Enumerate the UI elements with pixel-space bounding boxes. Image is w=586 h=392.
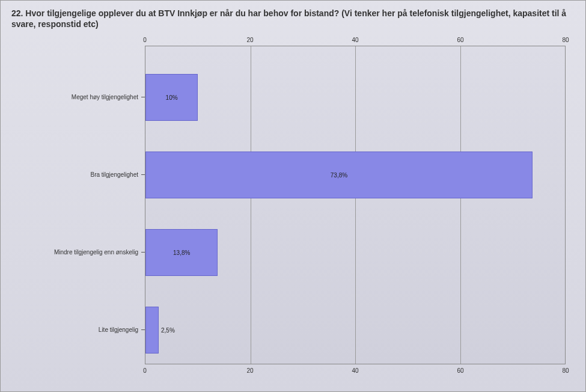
x-tick-bottom-2: 40 xyxy=(352,367,358,374)
x-tick-bottom-3: 60 xyxy=(457,367,463,374)
x-tick-top-2: 40 xyxy=(352,37,358,43)
y-tick xyxy=(141,174,145,175)
x-tick-bottom-1: 20 xyxy=(246,367,253,374)
grid-line xyxy=(355,46,356,364)
bar-value-label: 10% xyxy=(166,94,178,101)
bar-meget-hoy: 10% xyxy=(145,74,198,121)
x-tick-top-3: 60 xyxy=(457,37,463,43)
grid-line xyxy=(251,46,251,364)
x-axis-bottom: 0 20 40 60 80 xyxy=(145,367,566,376)
y-category-0: Meget høy tilgjengelighet xyxy=(72,94,138,100)
grid-line xyxy=(460,46,461,364)
bar-value-label: 2,5% xyxy=(161,327,175,334)
x-tick-top-4: 80 xyxy=(562,37,569,43)
chart-title: 22. Hvor tilgjengelige opplever du at BT… xyxy=(11,8,575,29)
y-tick xyxy=(141,252,145,253)
y-category-3: Lite tilgjengelig xyxy=(99,326,138,333)
bar-value-label: 13,8% xyxy=(173,250,190,256)
bar-mindre: 13,8% xyxy=(145,229,218,276)
y-category-2: Mindre tilgjengelig enn ønskelig xyxy=(54,249,138,256)
x-axis-top: 0 20 40 60 80 xyxy=(145,37,566,46)
chart-container: 22. Hvor tilgjengelige opplever du at BT… xyxy=(0,0,586,392)
x-tick-top-1: 20 xyxy=(246,37,253,43)
y-category-1: Bra tilgjengelighet xyxy=(91,171,139,178)
x-tick-top-0: 0 xyxy=(143,37,147,43)
x-tick-bottom-0: 0 xyxy=(143,367,147,374)
bar-value-label: 73,8% xyxy=(331,172,347,179)
y-tick xyxy=(141,97,145,97)
x-tick-bottom-4: 80 xyxy=(562,367,569,374)
chart-plot-area: 10% 73,8% 13,8% 2,5% xyxy=(145,46,566,364)
bar-bra: 73,8% xyxy=(145,152,533,198)
y-tick xyxy=(141,329,145,330)
bar-lite: 2,5% xyxy=(145,307,159,354)
